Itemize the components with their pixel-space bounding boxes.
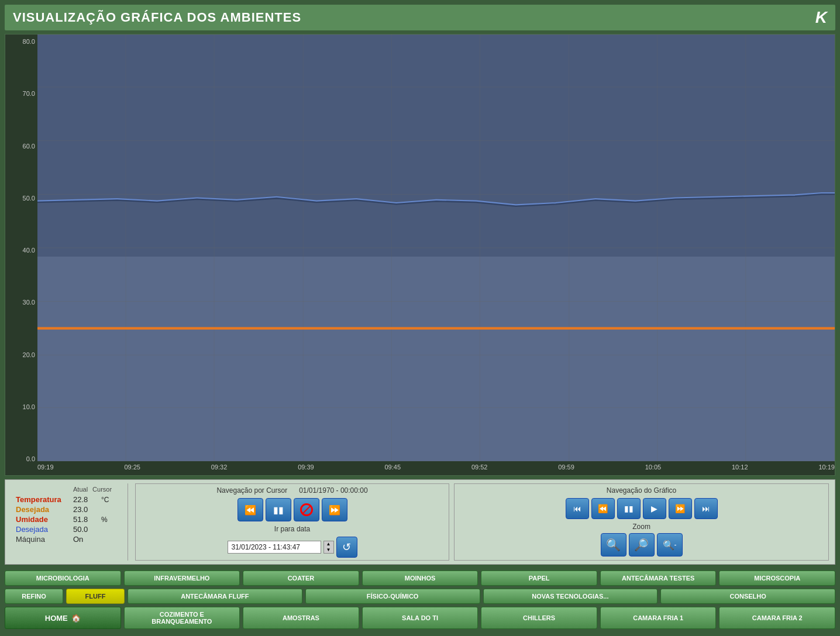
spinner-down-btn[interactable]: ▼ [324, 547, 333, 553]
goto-label: Ir para data [274, 525, 310, 533]
cursor-forward-btn[interactable]: ⏩ [322, 498, 347, 521]
nav-btn-infravermelho[interactable]: INFRAVERMELHO [124, 571, 240, 586]
info-panel: Atual Cursor Temperatura 22.8 °C Desejad… [11, 483, 128, 561]
bottom-row-3: HOME 🏠 COZIMENTO E BRANQUEAMENTO AMOSTRA… [5, 607, 835, 629]
cursor-pause-btn[interactable]: ▮▮ [266, 498, 291, 521]
graph-forward-btn[interactable]: ⏩ [669, 498, 692, 519]
nav-btn-antecamara-testes[interactable]: ANTECÂMARA TESTES [600, 571, 717, 586]
nav-cursor-panel: Navegação por Cursor 01/01/1970 - 00:00:… [135, 483, 449, 561]
header-logo: K [815, 8, 827, 27]
x-axis-labels: 09:19 09:25 09:32 09:39 09:45 09:52 09:5… [37, 461, 835, 475]
y-axis: 80.0 70.0 60.0 50.0 40.0 30.0 20.0 10.0 … [5, 34, 37, 475]
bottom-nav: MICROBIOLOGIA INFRAVERMELHO COATER MOINH… [5, 568, 835, 631]
bottom-row-1: MICROBIOLOGIA INFRAVERMELHO COATER MOINH… [5, 571, 835, 586]
nav-btn-fluff[interactable]: FLUFF [66, 589, 125, 604]
info-row-umidade: Umidade 51.8 % [16, 515, 123, 524]
info-row-temperatura: Temperatura 22.8 °C [16, 495, 123, 504]
page-title: VISUALIZAÇÃO GRÁFICA DOS AMBIENTES [13, 10, 301, 25]
nav-btn-microscopia[interactable]: MICROSCOPIA [719, 571, 835, 586]
goto-row: Ir para data [274, 525, 310, 533]
nav-btn-novas-tecnologias[interactable]: NOVAS TECNOLOGIAS... [483, 589, 658, 604]
zoom-out-btn[interactable]: 🔍- [657, 533, 683, 556]
goto-input-row: ▲ ▼ ↺ [228, 537, 357, 558]
graph-pause-btn[interactable]: ▮▮ [617, 498, 641, 519]
controls-section: Atual Cursor Temperatura 22.8 °C Desejad… [5, 479, 835, 565]
nav-btn-coater[interactable]: COATER [243, 571, 359, 586]
nav-cursor-date: 01/01/1970 - 00:00:00 [299, 486, 367, 495]
cursor-stop-btn[interactable] [294, 498, 319, 521]
nav-btn-sala-do-ti[interactable]: SALA DO TI [362, 607, 478, 629]
info-row-desejada-temp: Desejada 23.0 [16, 505, 123, 514]
nav-btn-papel[interactable]: PAPEL [481, 571, 597, 586]
goto-spinner: ▲ ▼ [323, 541, 334, 554]
graph-play-btn[interactable]: ▶ [643, 498, 666, 519]
cursor-rewind-btn[interactable]: ⏪ [237, 498, 263, 521]
zoom-btn-row: 🔍 🔎 🔍- [601, 533, 683, 556]
info-headers: Atual Cursor [16, 486, 123, 493]
chart-svg [37, 34, 835, 461]
spinner-up-btn[interactable]: ▲ [324, 541, 333, 547]
nav-graph-panel: Navegação do Gráfico ⏮ ⏪ ▮▮ ▶ ⏩ ⏭ Zoom 🔍… [454, 483, 829, 561]
header: VISUALIZAÇÃO GRÁFICA DOS AMBIENTES K [5, 5, 835, 30]
nav-btn-chillers[interactable]: CHILLERS [481, 607, 597, 629]
chart-section: 80.0 70.0 60.0 50.0 40.0 30.0 20.0 10.0 … [5, 34, 835, 476]
nav-btn-refino[interactable]: REFINO [5, 589, 63, 604]
nav-btn-home[interactable]: HOME 🏠 [5, 607, 121, 629]
nav-graph-title: Navegação do Gráfico [607, 486, 676, 495]
nav-btn-moinhos[interactable]: MOINHOS [362, 571, 478, 586]
zoom-panel: Zoom 🔍 🔎 🔍- [601, 523, 683, 556]
info-row-maquina: Máquina On [16, 535, 123, 544]
nav-btn-fisico-quimico[interactable]: FÍSICO-QUÍMICO [305, 589, 480, 604]
goto-date-input[interactable] [228, 541, 321, 554]
nav-cursor-title: Navegação por Cursor [216, 486, 287, 495]
chart-area: 09:19 09:25 09:32 09:39 09:45 09:52 09:5… [37, 34, 835, 475]
nav-btn-camara-fria-2[interactable]: CAMARA FRIA 2 [719, 607, 835, 629]
graph-rewind-btn[interactable]: ⏪ [591, 498, 615, 519]
graph-nav-btn-row: ⏮ ⏪ ▮▮ ▶ ⏩ ⏭ [566, 498, 718, 519]
graph-first-btn[interactable]: ⏮ [566, 498, 589, 519]
zoom-in-btn[interactable]: 🔍 [601, 533, 626, 556]
nav-btn-amostras[interactable]: AMOSTRAS [243, 607, 359, 629]
graph-last-btn[interactable]: ⏭ [694, 498, 718, 519]
nav-btn-conselho[interactable]: CONSELHO [660, 589, 835, 604]
zoom-fit-btn[interactable]: 🔎 [629, 533, 655, 556]
bottom-row-2: REFINO FLUFF ANTECÂMARA FLUFF FÍSICO-QUÍ… [5, 589, 835, 604]
nav-btn-camara-fria-1[interactable]: CAMARA FRIA 1 [600, 607, 717, 629]
nav-btn-antecamara-fluff[interactable]: ANTECÂMARA FLUFF [128, 589, 302, 604]
cursor-btn-row: ⏪ ▮▮ ⏩ [237, 498, 347, 521]
zoom-label: Zoom [632, 523, 650, 531]
main-container: VISUALIZAÇÃO GRÁFICA DOS AMBIENTES K 80.… [0, 0, 840, 636]
chart-canvas [37, 34, 835, 461]
goto-reset-btn[interactable]: ↺ [336, 537, 357, 558]
nav-btn-cozimento[interactable]: COZIMENTO E BRANQUEAMENTO [124, 607, 240, 629]
info-row-desejada-umidade: Desejada 50.0 [16, 525, 123, 534]
nav-btn-microbiologia[interactable]: MICROBIOLOGIA [5, 571, 121, 586]
